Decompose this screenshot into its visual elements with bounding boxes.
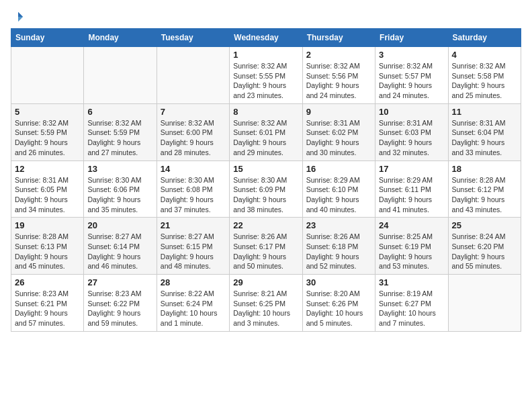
calendar-cell: 7Sunrise: 8:32 AM Sunset: 6:00 PM Daylig… bbox=[157, 103, 229, 161]
day-info: Sunrise: 8:24 AM Sunset: 6:20 PM Dayligh… bbox=[452, 232, 517, 271]
calendar-cell: 27Sunrise: 8:23 AM Sunset: 6:22 PM Dayli… bbox=[84, 275, 157, 332]
week-row-5: 26Sunrise: 8:23 AM Sunset: 6:21 PM Dayli… bbox=[11, 275, 521, 332]
day-number: 1 bbox=[233, 50, 298, 60]
day-number: 23 bbox=[306, 220, 371, 230]
day-number: 3 bbox=[379, 50, 444, 60]
calendar-cell: 8Sunrise: 8:32 AM Sunset: 6:01 PM Daylig… bbox=[230, 103, 302, 161]
day-number: 16 bbox=[306, 164, 371, 174]
day-info: Sunrise: 8:20 AM Sunset: 6:26 PM Dayligh… bbox=[306, 289, 371, 328]
day-number: 28 bbox=[161, 277, 226, 287]
day-number: 29 bbox=[233, 277, 298, 287]
day-number: 26 bbox=[15, 277, 80, 287]
weekday-header-friday: Friday bbox=[375, 29, 448, 47]
day-info: Sunrise: 8:32 AM Sunset: 5:59 PM Dayligh… bbox=[15, 118, 80, 158]
day-info: Sunrise: 8:27 AM Sunset: 6:14 PM Dayligh… bbox=[87, 232, 152, 271]
day-info: Sunrise: 8:26 AM Sunset: 6:18 PM Dayligh… bbox=[306, 232, 371, 271]
day-info: Sunrise: 8:31 AM Sunset: 6:02 PM Dayligh… bbox=[306, 118, 371, 158]
day-info: Sunrise: 8:23 AM Sunset: 6:21 PM Dayligh… bbox=[15, 289, 80, 328]
day-info: Sunrise: 8:22 AM Sunset: 6:24 PM Dayligh… bbox=[161, 289, 226, 328]
calendar-cell: 4Sunrise: 8:32 AM Sunset: 5:58 PM Daylig… bbox=[448, 47, 521, 104]
calendar-cell: 31Sunrise: 8:19 AM Sunset: 6:27 PM Dayli… bbox=[375, 275, 448, 332]
calendar-table: SundayMondayTuesdayWednesdayThursdayFrid… bbox=[11, 28, 521, 332]
weekday-header-thursday: Thursday bbox=[302, 29, 375, 47]
calendar-cell: 29Sunrise: 8:21 AM Sunset: 6:25 PM Dayli… bbox=[230, 275, 302, 332]
day-number: 27 bbox=[87, 277, 152, 287]
day-info: Sunrise: 8:30 AM Sunset: 6:06 PM Dayligh… bbox=[87, 175, 152, 215]
day-info: Sunrise: 8:31 AM Sunset: 6:05 PM Dayligh… bbox=[15, 175, 80, 215]
day-number: 9 bbox=[306, 107, 371, 117]
day-info: Sunrise: 8:30 AM Sunset: 6:08 PM Dayligh… bbox=[161, 175, 226, 215]
weekday-header-saturday: Saturday bbox=[448, 29, 521, 47]
calendar-cell: 17Sunrise: 8:29 AM Sunset: 6:11 PM Dayli… bbox=[375, 161, 448, 218]
day-info: Sunrise: 8:26 AM Sunset: 6:17 PM Dayligh… bbox=[233, 232, 298, 271]
day-number: 8 bbox=[233, 107, 298, 117]
day-number: 25 bbox=[452, 220, 517, 230]
day-number: 31 bbox=[379, 277, 444, 287]
day-number: 17 bbox=[379, 164, 444, 174]
day-number: 21 bbox=[161, 220, 226, 230]
weekday-header-tuesday: Tuesday bbox=[157, 29, 229, 47]
day-info: Sunrise: 8:21 AM Sunset: 6:25 PM Dayligh… bbox=[233, 289, 298, 328]
day-number: 24 bbox=[379, 220, 444, 230]
weekday-header-row: SundayMondayTuesdayWednesdayThursdayFrid… bbox=[11, 29, 521, 47]
day-info: Sunrise: 8:28 AM Sunset: 6:12 PM Dayligh… bbox=[452, 175, 517, 215]
day-info: Sunrise: 8:32 AM Sunset: 5:57 PM Dayligh… bbox=[379, 61, 444, 101]
weekday-header-wednesday: Wednesday bbox=[230, 29, 302, 47]
weekday-header-monday: Monday bbox=[84, 29, 157, 47]
calendar-cell: 21Sunrise: 8:27 AM Sunset: 6:15 PM Dayli… bbox=[157, 218, 229, 275]
day-number: 30 bbox=[306, 277, 371, 287]
week-row-4: 19Sunrise: 8:28 AM Sunset: 6:13 PM Dayli… bbox=[11, 218, 521, 275]
day-number: 22 bbox=[233, 220, 298, 230]
calendar-cell bbox=[84, 47, 157, 104]
week-row-2: 5Sunrise: 8:32 AM Sunset: 5:59 PM Daylig… bbox=[11, 103, 521, 161]
day-number: 6 bbox=[87, 107, 152, 117]
day-number: 19 bbox=[15, 220, 80, 230]
day-number: 14 bbox=[161, 164, 226, 174]
svg-marker-0 bbox=[18, 12, 23, 17]
day-info: Sunrise: 8:27 AM Sunset: 6:15 PM Dayligh… bbox=[161, 232, 226, 271]
day-info: Sunrise: 8:32 AM Sunset: 6:01 PM Dayligh… bbox=[233, 118, 298, 158]
calendar-cell: 26Sunrise: 8:23 AM Sunset: 6:21 PM Dayli… bbox=[11, 275, 84, 332]
calendar-cell: 20Sunrise: 8:27 AM Sunset: 6:14 PM Dayli… bbox=[84, 218, 157, 275]
calendar-cell: 14Sunrise: 8:30 AM Sunset: 6:08 PM Dayli… bbox=[157, 161, 229, 218]
calendar-cell: 22Sunrise: 8:26 AM Sunset: 6:17 PM Dayli… bbox=[230, 218, 302, 275]
calendar-cell: 2Sunrise: 8:32 AM Sunset: 5:56 PM Daylig… bbox=[302, 47, 375, 104]
calendar-cell: 24Sunrise: 8:25 AM Sunset: 6:19 PM Dayli… bbox=[375, 218, 448, 275]
calendar-cell: 3Sunrise: 8:32 AM Sunset: 5:57 PM Daylig… bbox=[375, 47, 448, 104]
week-row-3: 12Sunrise: 8:31 AM Sunset: 6:05 PM Dayli… bbox=[11, 161, 521, 218]
day-number: 20 bbox=[87, 220, 152, 230]
day-info: Sunrise: 8:30 AM Sunset: 6:09 PM Dayligh… bbox=[233, 175, 298, 215]
logo-flag-icon bbox=[12, 11, 24, 23]
day-number: 5 bbox=[15, 107, 80, 117]
day-number: 12 bbox=[15, 164, 80, 174]
day-info: Sunrise: 8:29 AM Sunset: 6:10 PM Dayligh… bbox=[306, 175, 371, 215]
day-number: 7 bbox=[161, 107, 226, 117]
calendar-cell: 5Sunrise: 8:32 AM Sunset: 5:59 PM Daylig… bbox=[11, 103, 84, 161]
day-number: 4 bbox=[452, 50, 517, 60]
page-header bbox=[11, 11, 521, 23]
calendar-cell: 30Sunrise: 8:20 AM Sunset: 6:26 PM Dayli… bbox=[302, 275, 375, 332]
day-info: Sunrise: 8:28 AM Sunset: 6:13 PM Dayligh… bbox=[15, 232, 80, 271]
day-info: Sunrise: 8:32 AM Sunset: 5:59 PM Dayligh… bbox=[87, 118, 152, 158]
calendar-cell: 15Sunrise: 8:30 AM Sunset: 6:09 PM Dayli… bbox=[230, 161, 302, 218]
svg-marker-1 bbox=[18, 17, 23, 21]
day-info: Sunrise: 8:19 AM Sunset: 6:27 PM Dayligh… bbox=[379, 289, 444, 328]
calendar-cell: 18Sunrise: 8:28 AM Sunset: 6:12 PM Dayli… bbox=[448, 161, 521, 218]
day-number: 2 bbox=[306, 50, 371, 60]
calendar-cell: 23Sunrise: 8:26 AM Sunset: 6:18 PM Dayli… bbox=[302, 218, 375, 275]
calendar-cell: 9Sunrise: 8:31 AM Sunset: 6:02 PM Daylig… bbox=[302, 103, 375, 161]
calendar-cell bbox=[157, 47, 229, 104]
day-info: Sunrise: 8:32 AM Sunset: 6:00 PM Dayligh… bbox=[161, 118, 226, 158]
day-number: 11 bbox=[452, 107, 517, 117]
calendar-cell: 16Sunrise: 8:29 AM Sunset: 6:10 PM Dayli… bbox=[302, 161, 375, 218]
day-info: Sunrise: 8:32 AM Sunset: 5:55 PM Dayligh… bbox=[233, 61, 298, 101]
day-info: Sunrise: 8:32 AM Sunset: 5:56 PM Dayligh… bbox=[306, 61, 371, 101]
day-info: Sunrise: 8:31 AM Sunset: 6:04 PM Dayligh… bbox=[452, 118, 517, 158]
day-info: Sunrise: 8:32 AM Sunset: 5:58 PM Dayligh… bbox=[452, 61, 517, 101]
day-number: 18 bbox=[452, 164, 517, 174]
calendar-cell: 13Sunrise: 8:30 AM Sunset: 6:06 PM Dayli… bbox=[84, 161, 157, 218]
day-info: Sunrise: 8:29 AM Sunset: 6:11 PM Dayligh… bbox=[379, 175, 444, 215]
week-row-1: 1Sunrise: 8:32 AM Sunset: 5:55 PM Daylig… bbox=[11, 47, 521, 104]
calendar-cell: 1Sunrise: 8:32 AM Sunset: 5:55 PM Daylig… bbox=[230, 47, 302, 104]
calendar-cell: 11Sunrise: 8:31 AM Sunset: 6:04 PM Dayli… bbox=[448, 103, 521, 161]
